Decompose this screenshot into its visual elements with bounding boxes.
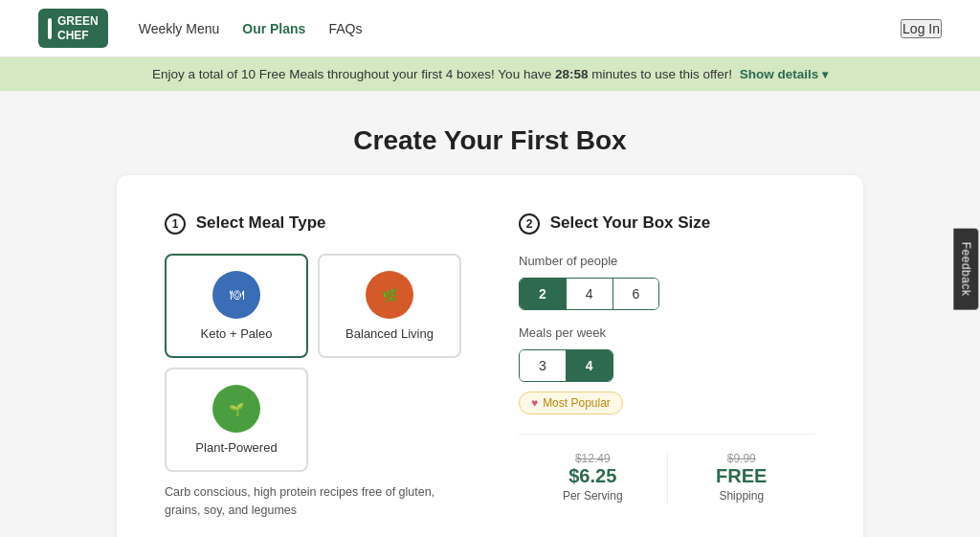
svg-text:🍽: 🍽 [230,286,244,302]
banner-text-before: Enjoy a total of 10 Free Meals throughou… [152,67,555,81]
num-people-selector: 2 4 6 [519,278,659,310]
num-people-label: Number of people [519,254,815,268]
popular-badge-text: Most Popular [543,396,611,410]
meal-type-description: Carb conscious, high protein recipes fre… [165,483,461,520]
feedback-tab[interactable]: Feedback [954,228,979,309]
step1-num: 1 [165,213,186,235]
promo-banner: Enjoy a total of 10 Free Meals throughou… [0,57,980,91]
shipping-label: Shipping [668,489,816,503]
meal-type-section: 1 Select Meal Type 🍽 Keto + Paleo [165,213,461,520]
logo[interactable]: GREENCHEF [38,9,108,48]
per-serving-original: $12.49 [519,452,667,465]
balanced-living-icon: 🌿 [366,271,413,319]
svg-text:🌱: 🌱 [229,401,245,417]
per-serving-price: $12.49 $6.25 Per Serving [519,452,667,503]
banner-timer: 28:58 [555,67,589,81]
chevron-down-icon: ▾ [822,68,828,81]
nav-faqs[interactable]: FAQs [328,21,362,36]
meals-4[interactable]: 4 [566,350,612,381]
shipping-main: FREE [668,465,816,487]
show-details-link[interactable]: Show details ▾ [740,67,828,81]
header: GREENCHEF Weekly Menu Our Plans FAQs Log… [0,0,980,57]
box-size-section: 2 Select Your Box Size Number of people … [519,213,815,520]
banner-text-after: minutes to use this offer! [588,67,732,81]
svg-text:🌿: 🌿 [382,287,398,303]
box-size-heading: 2 Select Your Box Size [519,213,815,235]
meal-type-heading: 1 Select Meal Type [165,213,461,235]
nav-our-plans[interactable]: Our Plans [242,21,305,36]
popular-badge: ♥ Most Popular [519,392,623,414]
meal-type-grid: 🍽 Keto + Paleo 🌿 Balanced Living [165,254,461,472]
page-title: Create Your First Box [19,125,961,156]
keto-paleo-label: Keto + Paleo [201,326,273,341]
heart-icon: ♥ [531,396,538,410]
meal-type-plant-powered[interactable]: 🌱 Plant-Powered [165,368,308,472]
meals-per-week-label: Meals per week [519,325,815,340]
shipping-price: $9.99 FREE Shipping [667,452,816,503]
per-serving-label: Per Serving [519,489,667,503]
balanced-living-label: Balanced Living [345,326,434,341]
step2-num: 2 [519,213,540,235]
per-serving-main: $6.25 [519,465,667,487]
plant-powered-label: Plant-Powered [195,440,277,455]
nav-weekly-menu[interactable]: Weekly Menu [139,21,220,36]
meal-type-keto-paleo[interactable]: 🍽 Keto + Paleo [165,254,308,358]
logo-text: GREENCHEF [57,14,99,42]
plant-powered-icon: 🌱 [212,385,260,433]
meal-type-balanced-living[interactable]: 🌿 Balanced Living [318,254,461,358]
num-people-6[interactable]: 6 [612,279,659,309]
header-left: GREENCHEF Weekly Menu Our Plans FAQs [38,9,362,48]
shipping-original: $9.99 [668,452,816,465]
num-people-2[interactable]: 2 [520,279,566,309]
keto-paleo-icon: 🍽 [212,271,260,319]
logo-bar-icon [48,18,52,39]
pricing-row: $12.49 $6.25 Per Serving $9.99 FREE Ship… [519,434,815,503]
meals-3[interactable]: 3 [520,350,566,381]
meals-per-week-selector: 3 4 [519,349,613,382]
login-button[interactable]: Log In [901,19,942,38]
page-title-section: Create Your First Box [0,91,980,175]
main-nav: Weekly Menu Our Plans FAQs [139,21,363,36]
main-card: 1 Select Meal Type 🍽 Keto + Paleo [117,175,863,537]
num-people-4[interactable]: 4 [566,279,612,309]
